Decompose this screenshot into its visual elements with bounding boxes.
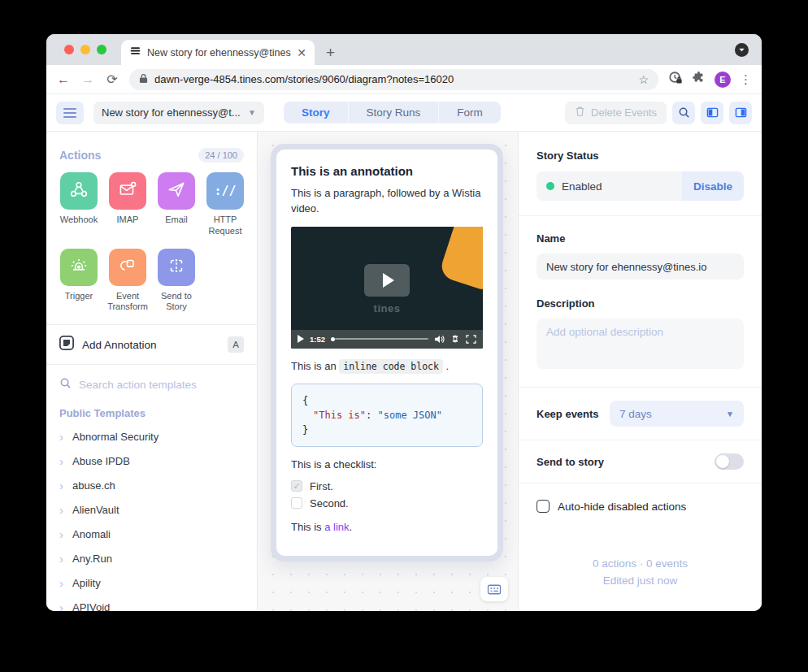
template-item[interactable]: ›Apility (46, 570, 257, 595)
trash-icon (575, 106, 585, 119)
action-tile-label: Event Transform (104, 291, 151, 314)
extension-lock-icon[interactable] (668, 71, 683, 89)
template-item[interactable]: ›AlienVault (46, 497, 257, 522)
action-tile-http[interactable]: ://HTTP Request (201, 172, 250, 237)
checkbox-icon[interactable] (291, 497, 302, 509)
close-window-button[interactable] (64, 45, 74, 54)
actions-sidebar: Actions 24 / 100 WebhookIMAPEmail://HTTP… (46, 132, 258, 611)
checklist-item: Second. (291, 497, 483, 509)
action-tile-imap[interactable]: IMAP (103, 172, 152, 237)
json-code-block: { "This is": "some JSON" } (291, 384, 483, 447)
story-inspector: Story Status Enabled Disable Name New st… (518, 132, 762, 611)
annotation-selection-halo: This is an annotation This is a paragrap… (271, 144, 503, 561)
keep-events-select[interactable]: 7 days ▼ (610, 401, 744, 427)
template-item-label: APIVoid (72, 601, 110, 612)
annotation-title: This is an annotation (291, 164, 483, 178)
action-tile-transform[interactable]: Event Transform (103, 249, 152, 314)
search-button[interactable] (672, 102, 695, 124)
chevron-right-icon: › (59, 431, 63, 443)
template-item[interactable]: ›APIVoid (46, 595, 257, 611)
description-header: Description (536, 297, 744, 310)
browser-tab[interactable]: New story for ehennessy@tines ✕ (121, 40, 315, 65)
template-item-label: AlienVault (72, 504, 119, 516)
browser-actions: E ⋮ (668, 71, 752, 89)
add-annotation-button[interactable]: Add Annotation A (46, 325, 257, 364)
back-icon[interactable]: ← (56, 72, 71, 87)
webhook-icon (68, 179, 89, 203)
keyboard-shortcuts-button[interactable] (480, 577, 508, 601)
trigger-icon (68, 255, 89, 280)
toggle-right-panel-button[interactable] (729, 102, 752, 124)
description-input[interactable] (536, 319, 744, 369)
tab-form[interactable]: Form (438, 102, 501, 124)
diagram-canvas[interactable]: This is an annotation This is a paragrap… (258, 132, 518, 611)
tines-favicon-icon (129, 45, 141, 60)
video-fullscreen-icon[interactable] (466, 335, 476, 344)
minimize-window-button[interactable] (80, 45, 90, 54)
checkbox-icon[interactable]: ✓ (291, 480, 302, 492)
action-tile-label: Webhook (60, 215, 98, 226)
checklist-item: ✓First. (291, 480, 483, 492)
action-tile-webhook[interactable]: Webhook (54, 172, 103, 237)
profile-avatar[interactable]: E (715, 72, 731, 88)
chevron-right-icon: › (59, 479, 63, 492)
browser-window: New story for ehennessy@tines ✕ + ← → ⟳ … (46, 34, 762, 611)
http-icon: :// (214, 184, 236, 198)
video-play-button[interactable] (364, 264, 410, 297)
action-tile-label: Email (165, 215, 188, 226)
bookmark-star-icon[interactable]: ☆ (638, 73, 649, 86)
template-item[interactable]: ›abuse.ch (46, 473, 257, 497)
new-tab-button[interactable]: + (326, 45, 335, 60)
story-edited: Edited just now (519, 572, 762, 590)
url-bar[interactable]: dawn-verge-4854.tines.com/stories/9060/d… (129, 69, 658, 90)
video-play-icon[interactable] (298, 335, 304, 343)
action-tile-label: Trigger (65, 291, 93, 302)
lock-icon (139, 72, 148, 87)
delete-events-button[interactable]: Delete Events (565, 102, 667, 124)
browser-menu-icon[interactable]: ⋮ (740, 72, 752, 87)
send-to-story-toggle[interactable] (715, 453, 744, 470)
toggle-left-panel-button[interactable] (701, 102, 723, 124)
template-item-label: Abuse IPDB (72, 455, 130, 467)
tab-story-runs[interactable]: Story Runs (348, 102, 439, 124)
tab-close-icon[interactable]: ✕ (297, 46, 306, 59)
wistia-video-player[interactable]: tines 1:52 (291, 227, 483, 349)
reload-icon[interactable]: ⟳ (105, 72, 119, 87)
chevron-down-icon: ▼ (726, 410, 734, 418)
actions-count-badge: 24 / 100 (198, 148, 244, 163)
browser-tab-bar: New story for ehennessy@tines ✕ + (46, 34, 762, 65)
url-text: dawn-verge-4854.tines.com/stories/9060/d… (154, 73, 632, 85)
window-controls (64, 45, 106, 54)
video-progress-bar[interactable] (331, 337, 428, 341)
story-meta-footer: 0 actions · 0 events Edited just now (519, 555, 762, 611)
annotation-card[interactable]: This is an annotation This is a paragrap… (276, 150, 497, 556)
annotation-checklist: ✓First.Second. (291, 480, 483, 509)
imap-icon (117, 179, 138, 203)
autohide-checkbox[interactable] (536, 500, 550, 513)
story-name-input[interactable]: New story for ehennessy@tines.io (536, 254, 744, 280)
template-search-input[interactable] (79, 379, 225, 391)
template-item[interactable]: ›Any.Run (46, 546, 257, 570)
video-thumbnail-shape (438, 227, 483, 293)
public-templates-header: Public Templates (46, 401, 257, 424)
video-volume-icon[interactable] (434, 335, 445, 344)
disable-button[interactable]: Disable (682, 171, 744, 201)
template-item[interactable]: ›Anomali (46, 522, 257, 546)
tab-story[interactable]: Story (284, 102, 348, 124)
checklist-label: This is a checklist: (291, 458, 483, 470)
zoom-window-button[interactable] (97, 45, 106, 54)
template-item-label: Any.Run (72, 553, 112, 565)
action-tile-email[interactable]: Email (152, 172, 201, 237)
forward-icon[interactable]: → (80, 72, 95, 87)
template-item[interactable]: ›Abuse IPDB (46, 449, 257, 473)
main-menu-button[interactable] (56, 102, 84, 124)
annotation-link[interactable]: a link (324, 521, 349, 533)
action-tile-sendstory[interactable]: Send to Story (152, 249, 201, 314)
story-name-select[interactable]: New story for ehennessy@t... ▼ (93, 102, 264, 124)
template-item[interactable]: ›Abnormal Security (46, 424, 257, 449)
action-tile-trigger[interactable]: Trigger (54, 249, 103, 314)
email-icon (166, 179, 187, 203)
video-settings-icon[interactable] (450, 334, 460, 344)
browser-dropdown-icon[interactable] (735, 43, 749, 57)
extensions-puzzle-icon[interactable] (692, 71, 706, 88)
